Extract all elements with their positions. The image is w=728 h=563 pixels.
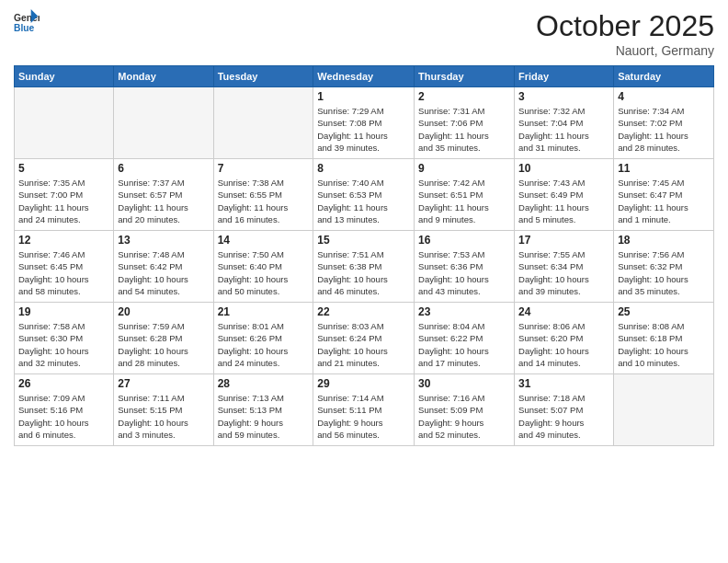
weekday-header: Friday — [515, 66, 614, 87]
calendar-cell: 28Sunrise: 7:13 AM Sunset: 5:13 PM Dayli… — [213, 374, 313, 446]
calendar-cell: 31Sunrise: 7:18 AM Sunset: 5:07 PM Dayli… — [515, 374, 614, 446]
day-number: 14 — [218, 234, 310, 247]
day-number: 20 — [118, 305, 209, 318]
calendar-cell: 1Sunrise: 7:29 AM Sunset: 7:08 PM Daylig… — [313, 87, 415, 159]
calendar-cell: 17Sunrise: 7:55 AM Sunset: 6:34 PM Dayli… — [515, 231, 614, 303]
day-number: 29 — [317, 377, 410, 390]
day-number: 24 — [518, 305, 609, 318]
calendar-cell: 3Sunrise: 7:32 AM Sunset: 7:04 PM Daylig… — [515, 87, 614, 159]
day-number: 5 — [18, 162, 109, 175]
calendar-week-row: 12Sunrise: 7:46 AM Sunset: 6:45 PM Dayli… — [15, 231, 714, 303]
title-block: October 2025 Nauort, Germany — [536, 9, 714, 58]
calendar-week-row: 19Sunrise: 7:58 AM Sunset: 6:30 PM Dayli… — [15, 303, 714, 374]
calendar-cell: 8Sunrise: 7:40 AM Sunset: 6:53 PM Daylig… — [313, 159, 415, 231]
day-info: Sunrise: 7:38 AM Sunset: 6:55 PM Dayligh… — [218, 177, 310, 225]
day-info: Sunrise: 7:59 AM Sunset: 6:28 PM Dayligh… — [118, 320, 209, 369]
day-number: 8 — [317, 162, 410, 175]
day-info: Sunrise: 7:31 AM Sunset: 7:06 PM Dayligh… — [418, 105, 510, 154]
day-info: Sunrise: 7:43 AM Sunset: 6:49 PM Dayligh… — [518, 177, 609, 225]
day-number: 27 — [118, 377, 209, 390]
day-number: 9 — [418, 162, 510, 175]
weekday-header: Sunday — [15, 66, 114, 87]
calendar-cell: 7Sunrise: 7:38 AM Sunset: 6:55 PM Daylig… — [213, 159, 313, 231]
calendar-cell: 11Sunrise: 7:45 AM Sunset: 6:47 PM Dayli… — [614, 159, 714, 231]
day-number: 31 — [518, 377, 609, 390]
calendar-cell: 20Sunrise: 7:59 AM Sunset: 6:28 PM Dayli… — [114, 303, 213, 374]
day-info: Sunrise: 7:29 AM Sunset: 7:08 PM Dayligh… — [317, 105, 410, 154]
calendar-cell: 12Sunrise: 7:46 AM Sunset: 6:45 PM Dayli… — [15, 231, 114, 303]
calendar-cell: 25Sunrise: 8:08 AM Sunset: 6:18 PM Dayli… — [614, 303, 714, 374]
day-info: Sunrise: 7:32 AM Sunset: 7:04 PM Dayligh… — [518, 105, 609, 154]
calendar-cell: 27Sunrise: 7:11 AM Sunset: 5:15 PM Dayli… — [114, 374, 213, 446]
day-number: 22 — [317, 305, 410, 318]
day-info: Sunrise: 7:58 AM Sunset: 6:30 PM Dayligh… — [18, 320, 109, 369]
day-number: 17 — [518, 234, 609, 247]
weekday-header: Thursday — [415, 66, 515, 87]
svg-text:Blue: Blue — [14, 23, 35, 33]
weekday-header-row: SundayMondayTuesdayWednesdayThursdayFrid… — [15, 66, 714, 87]
calendar-week-row: 26Sunrise: 7:09 AM Sunset: 5:16 PM Dayli… — [15, 374, 714, 446]
calendar-cell: 22Sunrise: 8:03 AM Sunset: 6:24 PM Dayli… — [313, 303, 415, 374]
day-info: Sunrise: 7:42 AM Sunset: 6:51 PM Dayligh… — [418, 177, 510, 225]
calendar-cell: 18Sunrise: 7:56 AM Sunset: 6:32 PM Dayli… — [614, 231, 714, 303]
day-info: Sunrise: 7:53 AM Sunset: 6:36 PM Dayligh… — [418, 248, 510, 297]
calendar-cell: 29Sunrise: 7:14 AM Sunset: 5:11 PM Dayli… — [313, 374, 415, 446]
day-number: 1 — [317, 90, 410, 103]
day-info: Sunrise: 7:34 AM Sunset: 7:02 PM Dayligh… — [618, 105, 710, 154]
weekday-header: Saturday — [614, 66, 714, 87]
day-number: 7 — [218, 162, 310, 175]
day-number: 2 — [418, 90, 510, 103]
calendar-cell: 6Sunrise: 7:37 AM Sunset: 6:57 PM Daylig… — [114, 159, 213, 231]
day-number: 18 — [618, 234, 710, 247]
day-info: Sunrise: 7:18 AM Sunset: 5:07 PM Dayligh… — [518, 392, 609, 441]
day-info: Sunrise: 7:40 AM Sunset: 6:53 PM Dayligh… — [317, 177, 410, 225]
day-info: Sunrise: 7:48 AM Sunset: 6:42 PM Dayligh… — [118, 248, 209, 297]
day-number: 21 — [218, 305, 310, 318]
day-info: Sunrise: 7:50 AM Sunset: 6:40 PM Dayligh… — [218, 248, 310, 297]
day-info: Sunrise: 7:14 AM Sunset: 5:11 PM Dayligh… — [317, 392, 410, 441]
calendar-cell: 2Sunrise: 7:31 AM Sunset: 7:06 PM Daylig… — [415, 87, 515, 159]
month-title: October 2025 — [536, 9, 714, 43]
calendar-week-row: 5Sunrise: 7:35 AM Sunset: 7:00 PM Daylig… — [15, 159, 714, 231]
calendar-week-row: 1Sunrise: 7:29 AM Sunset: 7:08 PM Daylig… — [15, 87, 714, 159]
calendar-cell: 4Sunrise: 7:34 AM Sunset: 7:02 PM Daylig… — [614, 87, 714, 159]
calendar-cell: 10Sunrise: 7:43 AM Sunset: 6:49 PM Dayli… — [515, 159, 614, 231]
calendar-cell: 5Sunrise: 7:35 AM Sunset: 7:00 PM Daylig… — [15, 159, 114, 231]
calendar-cell: 30Sunrise: 7:16 AM Sunset: 5:09 PM Dayli… — [415, 374, 515, 446]
day-number: 23 — [418, 305, 510, 318]
logo: General Blue — [14, 9, 40, 35]
day-info: Sunrise: 7:55 AM Sunset: 6:34 PM Dayligh… — [518, 248, 609, 297]
day-info: Sunrise: 7:37 AM Sunset: 6:57 PM Dayligh… — [118, 177, 209, 225]
day-number: 30 — [418, 377, 510, 390]
day-number: 16 — [418, 234, 510, 247]
calendar-cell — [213, 87, 313, 159]
day-info: Sunrise: 7:35 AM Sunset: 7:00 PM Dayligh… — [18, 177, 109, 225]
day-number: 10 — [518, 162, 609, 175]
weekday-header: Tuesday — [213, 66, 313, 87]
day-info: Sunrise: 8:04 AM Sunset: 6:22 PM Dayligh… — [418, 320, 510, 369]
calendar-cell: 14Sunrise: 7:50 AM Sunset: 6:40 PM Dayli… — [213, 231, 313, 303]
day-number: 25 — [618, 305, 710, 318]
calendar-cell: 21Sunrise: 8:01 AM Sunset: 6:26 PM Dayli… — [213, 303, 313, 374]
day-info: Sunrise: 8:08 AM Sunset: 6:18 PM Dayligh… — [618, 320, 710, 369]
day-number: 12 — [18, 234, 109, 247]
calendar-cell: 26Sunrise: 7:09 AM Sunset: 5:16 PM Dayli… — [15, 374, 114, 446]
day-info: Sunrise: 7:16 AM Sunset: 5:09 PM Dayligh… — [418, 392, 510, 441]
calendar-cell: 16Sunrise: 7:53 AM Sunset: 6:36 PM Dayli… — [415, 231, 515, 303]
calendar-cell: 19Sunrise: 7:58 AM Sunset: 6:30 PM Dayli… — [15, 303, 114, 374]
logo-icon: General Blue — [14, 9, 40, 35]
day-number: 3 — [518, 90, 609, 103]
day-number: 19 — [18, 305, 109, 318]
calendar-cell: 9Sunrise: 7:42 AM Sunset: 6:51 PM Daylig… — [415, 159, 515, 231]
day-number: 26 — [18, 377, 109, 390]
location: Nauort, Germany — [536, 43, 714, 58]
day-info: Sunrise: 8:06 AM Sunset: 6:20 PM Dayligh… — [518, 320, 609, 369]
day-number: 6 — [118, 162, 209, 175]
day-number: 15 — [317, 234, 410, 247]
day-info: Sunrise: 7:51 AM Sunset: 6:38 PM Dayligh… — [317, 248, 410, 297]
calendar-cell: 15Sunrise: 7:51 AM Sunset: 6:38 PM Dayli… — [313, 231, 415, 303]
day-info: Sunrise: 8:01 AM Sunset: 6:26 PM Dayligh… — [218, 320, 310, 369]
calendar-cell — [15, 87, 114, 159]
calendar-cell — [614, 374, 714, 446]
day-number: 11 — [618, 162, 710, 175]
